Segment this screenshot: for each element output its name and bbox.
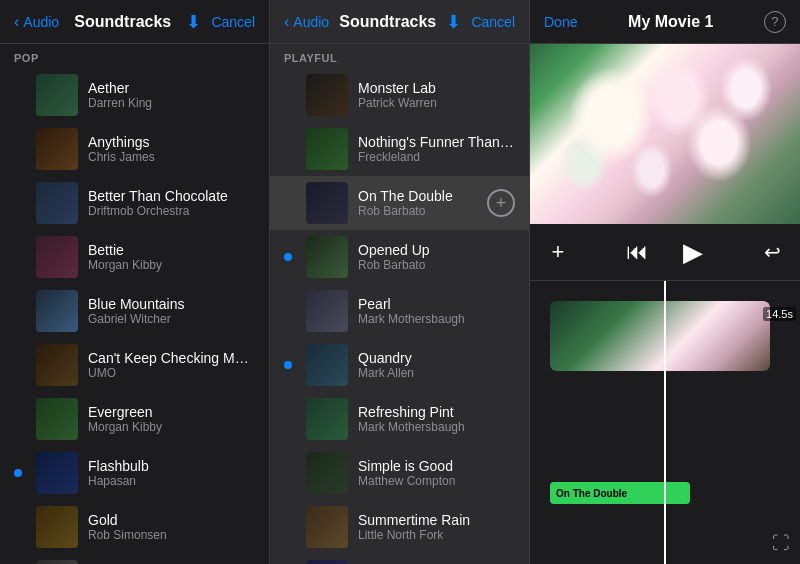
help-button[interactable]: ? xyxy=(764,11,786,33)
track-thumbnail xyxy=(36,398,78,440)
track-info: Simple is Good Matthew Compton xyxy=(358,458,515,488)
list-item[interactable]: Better Than Chocolate Driftmob Orchestra xyxy=(0,176,269,230)
list-item[interactable]: Flashbulb Hapasan xyxy=(0,446,269,500)
list-item[interactable]: Refreshing Pint Mark Mothersbaugh xyxy=(270,392,529,446)
track-thumb-art xyxy=(36,128,78,170)
list-item[interactable]: Summertime Rain Little North Fork xyxy=(270,500,529,554)
track-artist: Mark Mothersbaugh xyxy=(358,420,515,434)
playback-controls: + ⏮ ▶ ↩ xyxy=(530,224,800,281)
list-item[interactable]: On The Double Rob Barbato + xyxy=(270,176,529,230)
list-item[interactable]: Grey Blue Grey Tommy English xyxy=(0,554,269,564)
track-name: Can't Keep Checking My Phone xyxy=(88,350,255,366)
video-clip-thumbnail xyxy=(550,301,770,371)
list-item[interactable]: Opened Up Rob Barbato xyxy=(270,230,529,284)
track-info: Gold Rob Simonsen xyxy=(88,512,255,542)
middle-cancel-button[interactable]: Cancel xyxy=(471,14,515,30)
track-thumb-art xyxy=(306,290,348,332)
track-thumbnail xyxy=(36,74,78,116)
list-item[interactable]: Monster Lab Patrick Warren xyxy=(270,68,529,122)
track-artist: Mark Mothersbaugh xyxy=(358,312,515,326)
middle-panel-title: Soundtracks xyxy=(339,13,436,31)
track-thumb-art xyxy=(36,452,78,494)
middle-back-nav[interactable]: ‹ Audio xyxy=(284,13,329,31)
list-item[interactable]: Gold Rob Simonsen xyxy=(0,500,269,554)
list-item[interactable]: Aether Darren King xyxy=(0,68,269,122)
track-thumbnail xyxy=(36,290,78,332)
list-item[interactable]: Simple is Good Matthew Compton xyxy=(270,446,529,500)
add-track-button[interactable]: + xyxy=(487,189,515,217)
list-item[interactable]: Nothing's Funner Than Summ... Frecklelan… xyxy=(270,122,529,176)
left-panel-title: Soundtracks xyxy=(74,13,171,31)
track-info: Monster Lab Patrick Warren xyxy=(358,80,515,110)
track-thumbnail xyxy=(306,506,348,548)
track-thumb-art xyxy=(36,344,78,386)
fullscreen-button[interactable]: ⛶ xyxy=(772,533,790,554)
right-header: Done My Movie 1 ? xyxy=(530,0,800,44)
track-thumbnail xyxy=(306,560,348,564)
left-chevron-icon: ‹ xyxy=(14,13,19,31)
track-artist: Rob Simonsen xyxy=(88,528,255,542)
track-name: Summertime Rain xyxy=(358,512,515,528)
playing-indicator xyxy=(14,469,22,477)
list-item[interactable]: Quandry Mark Allen xyxy=(270,338,529,392)
icloud-icon[interactable]: ⬇ xyxy=(186,11,201,33)
track-name: Flashbulb xyxy=(88,458,255,474)
track-info: Nothing's Funner Than Summ... Frecklelan… xyxy=(358,134,515,164)
track-info: Can't Keep Checking My Phone UMO xyxy=(88,350,255,380)
track-thumb-art xyxy=(306,452,348,494)
list-item[interactable]: Bettie Morgan Kibby xyxy=(0,230,269,284)
list-item[interactable]: Evergreen Morgan Kibby xyxy=(0,392,269,446)
track-info: Refreshing Pint Mark Mothersbaugh xyxy=(358,404,515,434)
track-name: Blue Mountains xyxy=(88,296,255,312)
track-info: Evergreen Morgan Kibby xyxy=(88,404,255,434)
list-item[interactable]: Sun Room Charlie White xyxy=(270,554,529,564)
left-cancel-button[interactable]: Cancel xyxy=(211,14,255,30)
left-back-label[interactable]: Audio xyxy=(23,14,59,30)
middle-panel-header: ‹ Audio Soundtracks ⬇ Cancel xyxy=(270,0,529,44)
middle-chevron-icon: ‹ xyxy=(284,13,289,31)
track-artist: Gabriel Witcher xyxy=(88,312,255,326)
done-button[interactable]: Done xyxy=(544,14,577,30)
track-thumbnail xyxy=(36,344,78,386)
track-name: Quandry xyxy=(358,350,515,366)
list-item[interactable]: Anythings Chris James xyxy=(0,122,269,176)
track-thumbnail xyxy=(306,74,348,116)
track-thumb-art xyxy=(306,128,348,170)
track-thumb-art xyxy=(36,506,78,548)
audio-clip[interactable]: On The Double xyxy=(550,482,690,504)
video-clip[interactable] xyxy=(550,301,770,371)
video-preview xyxy=(530,44,800,224)
track-artist: Morgan Kibby xyxy=(88,420,255,434)
undo-button[interactable]: ↩ xyxy=(754,234,790,270)
list-item[interactable]: Pearl Mark Mothersbaugh xyxy=(270,284,529,338)
middle-track-list: Monster Lab Patrick Warren Nothing's Fun… xyxy=(270,68,529,564)
track-thumb-art xyxy=(36,74,78,116)
skip-to-start-button[interactable]: ⏮ xyxy=(619,234,655,270)
timeline-content: 14.5s On The Double xyxy=(530,281,800,564)
track-artist: Matthew Compton xyxy=(358,474,515,488)
track-thumb-art xyxy=(306,344,348,386)
track-thumb-art xyxy=(36,290,78,332)
track-thumbnail xyxy=(306,182,348,224)
help-icon: ? xyxy=(771,14,778,29)
track-thumb-art xyxy=(306,236,348,278)
track-thumb-art xyxy=(36,560,78,564)
track-artist: Hapasan xyxy=(88,474,255,488)
left-back-nav[interactable]: ‹ Audio xyxy=(14,13,59,31)
middle-icloud-icon[interactable]: ⬇ xyxy=(446,11,461,33)
track-artist: Freckleland xyxy=(358,150,515,164)
track-name: Pearl xyxy=(358,296,515,312)
list-item[interactable]: Can't Keep Checking My Phone UMO xyxy=(0,338,269,392)
track-thumb-art xyxy=(306,74,348,116)
add-clip-button[interactable]: + xyxy=(540,234,576,270)
middle-back-label[interactable]: Audio xyxy=(293,14,329,30)
track-artist: Rob Barbato xyxy=(358,204,477,218)
track-info: Pearl Mark Mothersbaugh xyxy=(358,296,515,326)
track-info: Flashbulb Hapasan xyxy=(88,458,255,488)
track-name: Refreshing Pint xyxy=(358,404,515,420)
audio-clip-label: On The Double xyxy=(556,488,627,499)
middle-panel-actions: ⬇ Cancel xyxy=(446,11,515,33)
play-button[interactable]: ▶ xyxy=(675,234,711,270)
track-info: Quandry Mark Allen xyxy=(358,350,515,380)
list-item[interactable]: Blue Mountains Gabriel Witcher xyxy=(0,284,269,338)
